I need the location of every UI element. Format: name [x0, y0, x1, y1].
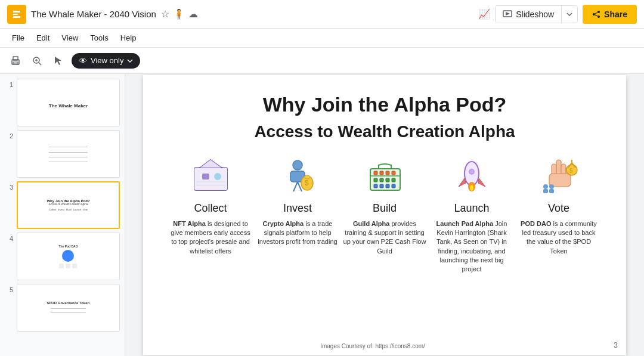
- svg-rect-20: [194, 168, 227, 190]
- svg-rect-2: [13, 14, 18, 15]
- slide-preview-3: Why Join the Alpha Pod? Access to Wealth…: [17, 181, 120, 229]
- svg-point-8: [597, 16, 600, 18]
- launch-icon: [451, 156, 493, 197]
- invest-desc: Crypto Alpha is a trade signals platform…: [256, 219, 339, 247]
- slide-footer: Images Courtesy of: https://icons8.com/: [143, 343, 602, 349]
- svg-point-62: [543, 184, 548, 189]
- app-icon: [7, 5, 26, 24]
- slide-col-launch: Launch Launch Pad Alpha Join Kevin Harri…: [430, 156, 513, 274]
- slide-thumb-1[interactable]: 1 The Whale Maker: [5, 79, 120, 126]
- launch-title: Launch: [454, 202, 489, 215]
- slide-page-number: 3: [614, 341, 618, 349]
- slide-thumb-5[interactable]: 5 $POD Governance Token ————————————— ——…: [5, 284, 120, 332]
- build-title: Build: [373, 202, 397, 215]
- svg-rect-39: [392, 171, 395, 175]
- share-button[interactable]: Share: [583, 5, 637, 24]
- zoom-icon[interactable]: [29, 52, 45, 69]
- svg-line-29: [293, 182, 298, 191]
- slide-col-invest: $ Invest Crypto Alpha is a trade signals…: [256, 156, 339, 274]
- menu-tools[interactable]: Tools: [85, 31, 113, 45]
- title-icons: ☆ 🧍 ☁: [161, 8, 198, 20]
- svg-point-6: [597, 11, 600, 13]
- slide-preview-content-5: $POD Governance Token ————————————— ————…: [45, 299, 92, 317]
- slide-preview-content-3: Why Join the Alpha Pod? Access to Wealth…: [44, 197, 92, 213]
- invest-icon: $: [277, 156, 318, 197]
- chevron-down-icon: [566, 13, 572, 16]
- trend-icon[interactable]: 📈: [478, 8, 490, 20]
- svg-point-33: [304, 175, 310, 179]
- vote-icon: $: [538, 156, 580, 197]
- svg-point-24: [214, 173, 221, 180]
- slide-col-collect: Collect NFT Alpha is designed to give me…: [169, 156, 252, 274]
- collect-title: Collect: [194, 202, 227, 215]
- svg-marker-22: [200, 160, 221, 168]
- svg-rect-40: [374, 178, 377, 182]
- slide-num-3: 3: [5, 181, 13, 191]
- slide-preview-4: The Pod DAO: [17, 233, 120, 280]
- svg-rect-37: [380, 171, 383, 175]
- share-label: Share: [604, 10, 627, 19]
- cursor-icon[interactable]: [50, 52, 67, 69]
- slideshow-button[interactable]: Slideshow: [496, 6, 561, 23]
- slideshow-dropdown-button[interactable]: [562, 6, 577, 23]
- svg-rect-1: [13, 11, 20, 13]
- main-area: 1 The Whale Maker 2 ————————————— ——————…: [0, 74, 644, 356]
- slide-col-vote: $ Vote POD DAO is a community led tr: [517, 156, 600, 274]
- vote-desc: POD DAO is a community led treasury used…: [517, 219, 600, 256]
- svg-marker-50: [478, 178, 485, 187]
- svg-point-64: [549, 184, 554, 189]
- svg-point-54: [470, 170, 473, 174]
- slide-num-2: 2: [5, 130, 13, 140]
- launch-desc: Launch Pad Alpha Join Kevin Harrington (…: [430, 219, 513, 274]
- svg-rect-44: [374, 184, 377, 188]
- menu-file[interactable]: File: [7, 31, 29, 45]
- svg-rect-47: [392, 184, 395, 188]
- build-icon: [364, 156, 405, 197]
- cloud-icon[interactable]: ☁: [188, 8, 198, 20]
- star-icon[interactable]: ☆: [161, 8, 169, 20]
- build-desc: Guild Alpha provides training & support …: [343, 219, 426, 256]
- collect-icon: [190, 156, 231, 197]
- menu-edit[interactable]: Edit: [32, 31, 54, 45]
- slide-preview-2: ————————————— ————————————— ————————————…: [17, 130, 120, 178]
- collect-desc: NFT Alpha is designed to give members ea…: [169, 219, 252, 256]
- slide-num-1: 1: [5, 79, 13, 88]
- document-title: The Whale Maker - 2040 Vision: [31, 9, 156, 19]
- slideshow-icon: [503, 10, 512, 18]
- menu-view[interactable]: View: [57, 31, 83, 45]
- svg-line-9: [595, 13, 597, 14]
- svg-point-7: [593, 13, 595, 16]
- slideshow-label: Slideshow: [516, 10, 554, 19]
- top-bar-right: 📈 Slideshow Share: [478, 5, 637, 24]
- svg-rect-13: [13, 62, 18, 64]
- svg-point-52: [470, 185, 473, 191]
- view-only-button[interactable]: 👁 View only: [72, 53, 140, 69]
- slide-panel: 1 The Whale Maker 2 ————————————— ——————…: [0, 74, 125, 356]
- invest-title: Invest: [283, 202, 312, 215]
- top-bar: The Whale Maker - 2040 Vision ☆ 🧍 ☁ 📈 Sl…: [0, 0, 644, 29]
- menu-bar: File Edit View Tools Help: [0, 29, 644, 48]
- slide-col-build: Build Guild Alpha provides training & su…: [343, 156, 426, 274]
- slide-main-title: Why Join the Alpha Pod?: [263, 93, 507, 116]
- slide-thumb-4[interactable]: 4 The Pod DAO: [5, 233, 120, 280]
- slide-preview-content-1: The Whale Maker: [47, 95, 90, 111]
- svg-rect-38: [386, 171, 389, 175]
- print-icon[interactable]: [7, 52, 24, 69]
- slide-sub-title: Access to Wealth Creation Alpha: [254, 122, 515, 141]
- top-bar-left: The Whale Maker - 2040 Vision ☆ 🧍 ☁: [7, 5, 198, 24]
- share-icon: [592, 10, 600, 18]
- slide-thumb-2[interactable]: 2 ————————————— ————————————— ——————————…: [5, 130, 120, 178]
- svg-line-15: [39, 63, 41, 65]
- menu-help[interactable]: Help: [116, 31, 141, 45]
- svg-rect-43: [392, 178, 395, 182]
- svg-rect-46: [386, 184, 389, 188]
- svg-rect-45: [380, 184, 383, 188]
- slide-preview-5: $POD Governance Token ————————————— ————…: [17, 284, 120, 332]
- slide-canvas: Why Join the Alpha Pod? Access to Wealth…: [143, 75, 626, 355]
- view-only-label: View only: [91, 56, 123, 65]
- svg-line-10: [595, 15, 597, 16]
- slide-columns: Collect NFT Alpha is designed to give me…: [167, 156, 602, 274]
- slide-preview-content-4: The Pod DAO: [56, 242, 80, 271]
- person-icon[interactable]: 🧍: [173, 8, 185, 20]
- slide-thumb-3[interactable]: 3 Why Join the Alpha Pod? Access to Weal…: [5, 181, 120, 229]
